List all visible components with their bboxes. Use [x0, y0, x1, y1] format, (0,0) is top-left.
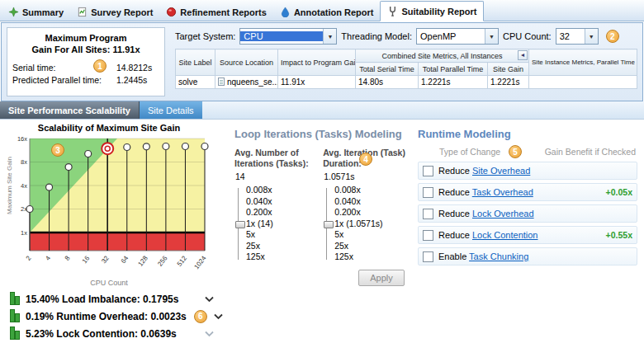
- scale-option-0.040x[interactable]: 0.040x: [334, 196, 408, 208]
- scale-option-0.200x[interactable]: 0.200x: [246, 207, 313, 218]
- svg-text:4: 4: [44, 254, 52, 261]
- scale-option-125x[interactable]: 125x: [334, 251, 408, 263]
- cell-total-serial-time[interactable]: 14.80s: [356, 76, 419, 89]
- scale-option-0.008x[interactable]: 0.008x: [246, 185, 313, 196]
- col-impact-to-program-gain[interactable]: Impact to Program Gain: [278, 49, 356, 76]
- svg-text:8: 8: [64, 254, 72, 261]
- scale-option-0.008x[interactable]: 0.008x: [334, 185, 408, 196]
- dropdown-arrow-icon[interactable]: ▼: [323, 29, 336, 44]
- svg-text:16: 16: [81, 254, 92, 265]
- site-overhead-checkbox[interactable]: [423, 166, 433, 176]
- source-file-icon: [218, 78, 225, 86]
- scale-option-25x[interactable]: 25x: [334, 241, 408, 252]
- serial-time-value: 14.8212s: [116, 62, 152, 74]
- callout-badge-1: 1: [93, 59, 107, 73]
- col-total-parallel-time[interactable]: Total Parallel Time: [419, 63, 488, 76]
- runtime-option-label: Enable Task Chunking: [438, 251, 528, 261]
- scale-option-125x[interactable]: 125x: [246, 251, 313, 263]
- callout-badge-4: 4: [359, 153, 372, 166]
- title-line2: Gain For All Sites: 11.91x: [31, 45, 140, 54]
- load-imbalance-row[interactable]: 15.40% Load Imbalance: 0.1795s: [5, 290, 223, 308]
- link-lock-contention[interactable]: Lock Contention: [472, 230, 538, 240]
- col-source-location[interactable]: Source Location: [215, 49, 278, 76]
- callout-badge-3: 3: [51, 143, 64, 157]
- tab-refinement-reports[interactable]: Refinement Reports: [159, 2, 273, 21]
- cell-source-location[interactable]: nqueens_se...: [215, 76, 278, 89]
- svg-text:512: 512: [176, 254, 189, 267]
- tab-site-details[interactable]: Site Details: [140, 101, 202, 119]
- scale-option-0.040x[interactable]: 0.040x: [246, 196, 313, 208]
- group-instance-label: Site Instance Metrics, Parallel Time: [532, 59, 635, 66]
- report-header-panel: Maximum Program Gain For All Sites: 11.9…: [1, 22, 643, 101]
- scale-option-5x[interactable]: 5x: [246, 229, 313, 241]
- scale-option-5x[interactable]: 5x: [334, 229, 408, 241]
- link-lock-overhead[interactable]: Lock Overhead: [472, 209, 534, 218]
- runtime-option-label: Reduce Lock Contention: [438, 230, 537, 240]
- target-system-select[interactable]: CPU ▼: [239, 28, 337, 45]
- dropdown-arrow-icon[interactable]: ▼: [585, 29, 598, 44]
- expand-chevron-icon[interactable]: [213, 313, 224, 320]
- link-task-overhead[interactable]: Task Overhead: [472, 187, 533, 197]
- threading-model-select[interactable]: OpenMP ▼: [416, 28, 499, 45]
- serial-time-row: Serial time: 14.8212s: [12, 62, 159, 74]
- scale-option-0.200x[interactable]: 0.200x: [334, 207, 408, 218]
- callout-badge-5: 5: [509, 145, 522, 158]
- refinement-reports-icon: [166, 7, 177, 17]
- expand-chevron-icon[interactable]: [204, 331, 215, 337]
- scale-option-25x[interactable]: 25x: [246, 241, 313, 252]
- svg-text:Maximum Site Gain: Maximum Site Gain: [6, 157, 13, 214]
- lock-contention-row[interactable]: 5.23% Lock Contention: 0.0639s: [5, 325, 223, 342]
- runtime-option-label: Reduce Site Overhead: [438, 166, 530, 176]
- gain-benefit-value: +0.55x: [606, 230, 632, 240]
- scale-option-1x1.0571s[interactable]: 1x (1.0571s): [334, 218, 408, 230]
- annotation-report-icon: [280, 7, 291, 17]
- svg-text:32: 32: [100, 254, 111, 265]
- tab-suitability-report[interactable]: Suitability Report: [380, 1, 484, 21]
- task-chunking-checkbox[interactable]: [423, 251, 433, 262]
- target-system-label: Target System:: [175, 31, 235, 41]
- col-group-site-instance-metrics[interactable]: Site Instance Metrics, Parallel Time: [529, 49, 637, 76]
- collapse-columns-button[interactable]: ◂: [518, 50, 528, 60]
- cell-site-instance[interactable]: [529, 76, 637, 89]
- runtime-overhead-row[interactable]: 0.19% Runtime Overhead: 0.0023s 6: [5, 308, 223, 325]
- apply-button[interactable]: Apply: [358, 270, 405, 286]
- threading-model-label: Threading Model:: [341, 31, 412, 41]
- chart-title: Scalability of Maximum Site Gain: [5, 123, 213, 133]
- lock-contention-label: 5.23% Lock Contention: 0.0639s: [26, 328, 177, 340]
- tab-label: Refinement Reports: [180, 7, 267, 17]
- table-row-solve[interactable]: solve nqueens_se... 11.91x 14.80s 1.2221…: [176, 76, 637, 89]
- duration-scale-slider[interactable]: 0.008x0.040x0.200x1x (1.0571s)5x25x125x: [323, 185, 408, 263]
- task-overhead-checkbox[interactable]: [423, 187, 433, 198]
- link-task-chunking[interactable]: Task Chunking: [469, 251, 528, 261]
- cpu-count-value: 32: [556, 31, 585, 41]
- tab-summary[interactable]: Summary: [2, 2, 70, 21]
- col-site-gain[interactable]: Site Gain: [488, 63, 529, 76]
- cell-total-parallel-time[interactable]: 1.2221s: [419, 76, 488, 89]
- col-group-combined-site-metrics[interactable]: Combined Site Metrics, All Instances ◂: [356, 49, 529, 63]
- svg-text:4x: 4x: [21, 182, 27, 190]
- link-site-overhead[interactable]: Site Overhead: [472, 166, 530, 176]
- col-site-label[interactable]: Site Label: [176, 49, 215, 76]
- source-location-text: nqueens_se...: [227, 78, 278, 87]
- tab-survey-report[interactable]: Survey Report: [70, 2, 159, 21]
- title-line1: Maximum Program: [45, 33, 126, 43]
- lock-overhead-checkbox[interactable]: [423, 209, 433, 219]
- cpu-count-select[interactable]: 32 ▼: [556, 28, 599, 45]
- cell-site-label[interactable]: solve: [176, 76, 215, 89]
- tab-label: Annotation Report: [294, 7, 374, 17]
- cell-impact[interactable]: 11.91x: [278, 76, 356, 89]
- expand-chevron-icon[interactable]: [204, 296, 215, 303]
- threading-model-value: OpenMP: [417, 31, 485, 41]
- iterations-scale-slider[interactable]: 0.008x0.040x0.200x1x (14)5x25x125x: [234, 185, 313, 263]
- scale-option-1x14[interactable]: 1x (14): [246, 218, 313, 230]
- scalability-chart[interactable]: 1x2x4x8x16x2481632641282565121024Maximum…: [5, 134, 213, 280]
- tab-site-performance-scalability[interactable]: Site Performance Scalability: [0, 101, 140, 119]
- predicted-parallel-time-value: 1.2445s: [116, 74, 147, 87]
- cell-site-gain[interactable]: 1.2221s: [488, 76, 529, 89]
- gain-benefit-value: +0.05x: [606, 187, 632, 197]
- dropdown-arrow-icon[interactable]: ▼: [485, 29, 498, 44]
- col-total-serial-time[interactable]: Total Serial Time: [356, 63, 419, 76]
- target-controls: Target System: CPU ▼ Threading Model: Op…: [175, 27, 637, 45]
- lock-contention-checkbox[interactable]: [423, 230, 433, 241]
- tab-annotation-report[interactable]: Annotation Report: [273, 2, 381, 21]
